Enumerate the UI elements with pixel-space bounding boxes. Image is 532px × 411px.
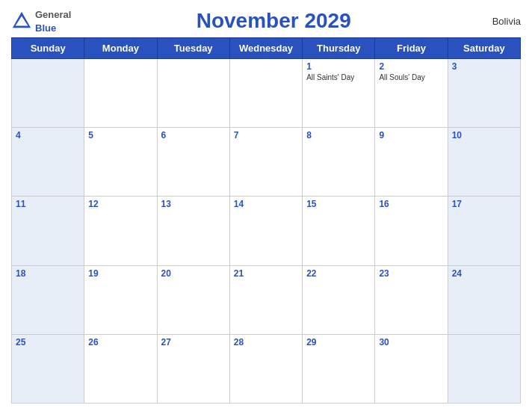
calendar-cell: 22: [303, 265, 375, 334]
day-number: 1: [306, 61, 371, 72]
weekday-header-sunday: Sunday: [12, 38, 84, 59]
day-number: 20: [161, 268, 226, 279]
week-row-2: 45678910: [12, 128, 521, 197]
logo-general: General: [35, 9, 71, 20]
calendar-table: SundayMondayTuesdayWednesdayThursdayFrid…: [11, 37, 521, 404]
calendar-cell: 16: [375, 197, 448, 265]
day-number: 12: [88, 199, 152, 209]
logo-blue: Blue: [35, 22, 56, 34]
calendar-cell: 15: [303, 197, 375, 265]
month-title: November 2029: [71, 9, 476, 33]
event-label: All Saints' Day: [306, 73, 371, 81]
calendar-cell: 26: [84, 334, 157, 403]
calendar-cell: [229, 59, 302, 128]
week-row-5: 252627282930: [12, 334, 521, 403]
day-number: 19: [88, 268, 152, 279]
day-number: 18: [16, 268, 80, 279]
day-number: 28: [234, 337, 298, 347]
calendar-cell: 27: [157, 334, 229, 403]
week-row-4: 18192021222324: [12, 265, 521, 334]
day-number: 27: [161, 337, 226, 347]
calendar-cell: 14: [229, 197, 302, 265]
calendar-cell: 8: [303, 128, 375, 197]
calendar-cell: 2All Souls' Day: [375, 59, 448, 128]
calendar-cell: 4: [12, 128, 84, 197]
calendar-cell: 25: [12, 334, 84, 403]
week-row-3: 11121314151617: [12, 197, 521, 265]
calendar-cell: 19: [84, 265, 157, 334]
calendar-cell: 11: [12, 197, 84, 265]
weekday-header-thursday: Thursday: [303, 38, 375, 59]
calendar-cell: 3: [448, 59, 520, 128]
day-number: 4: [16, 130, 80, 140]
weekday-header-friday: Friday: [375, 38, 448, 59]
day-number: 9: [379, 130, 443, 140]
day-number: 14: [234, 199, 298, 209]
logo-icon: [11, 10, 32, 31]
calendar-cell: 9: [375, 128, 448, 197]
logo-text: General Blue: [35, 7, 71, 34]
weekday-header-wednesday: Wednesday: [229, 38, 302, 59]
logo: General Blue: [11, 7, 71, 34]
calendar-cell: 30: [375, 334, 448, 403]
day-number: 22: [306, 268, 371, 279]
day-number: 25: [16, 337, 80, 347]
calendar-cell: 28: [229, 334, 302, 403]
day-number: 24: [452, 268, 516, 279]
day-number: 11: [16, 199, 80, 209]
calendar-header: General Blue November 2029 Bolivia: [11, 7, 521, 34]
day-number: 29: [306, 337, 371, 347]
day-number: 10: [452, 130, 516, 140]
calendar-cell: 12: [84, 197, 157, 265]
calendar-cell: 20: [157, 265, 229, 334]
day-number: 16: [379, 199, 443, 209]
calendar-cell: 23: [375, 265, 448, 334]
calendar-cell: 13: [157, 197, 229, 265]
day-number: 8: [306, 130, 371, 140]
calendar-cell: [448, 334, 520, 403]
calendar-cell: 1All Saints' Day: [303, 59, 375, 128]
day-number: 7: [234, 130, 298, 140]
day-number: 17: [452, 199, 516, 209]
country-label: Bolivia: [476, 16, 521, 27]
weekday-header-saturday: Saturday: [448, 38, 520, 59]
day-number: 30: [379, 337, 443, 347]
calendar-cell: 21: [229, 265, 302, 334]
week-row-1: 1All Saints' Day2All Souls' Day3: [12, 59, 521, 128]
calendar-cell: 17: [448, 197, 520, 265]
calendar-cell: [157, 59, 229, 128]
day-number: 2: [379, 61, 443, 72]
calendar-cell: 29: [303, 334, 375, 403]
day-number: 5: [88, 130, 152, 140]
calendar-cell: 6: [157, 128, 229, 197]
day-number: 13: [161, 199, 226, 209]
calendar-cell: 10: [448, 128, 520, 197]
day-number: 3: [452, 61, 516, 72]
day-number: 6: [161, 130, 226, 140]
day-number: 23: [379, 268, 443, 279]
day-number: 26: [88, 337, 152, 347]
calendar-cell: 5: [84, 128, 157, 197]
event-label: All Souls' Day: [379, 73, 443, 81]
calendar-cell: [12, 59, 84, 128]
calendar-cell: 7: [229, 128, 302, 197]
calendar-cell: [84, 59, 157, 128]
day-number: 21: [234, 268, 298, 279]
weekday-header-row: SundayMondayTuesdayWednesdayThursdayFrid…: [12, 38, 521, 59]
weekday-header-monday: Monday: [84, 38, 157, 59]
day-number: 15: [306, 199, 371, 209]
calendar-cell: 18: [12, 265, 84, 334]
weekday-header-tuesday: Tuesday: [157, 38, 229, 59]
calendar-cell: 24: [448, 265, 520, 334]
